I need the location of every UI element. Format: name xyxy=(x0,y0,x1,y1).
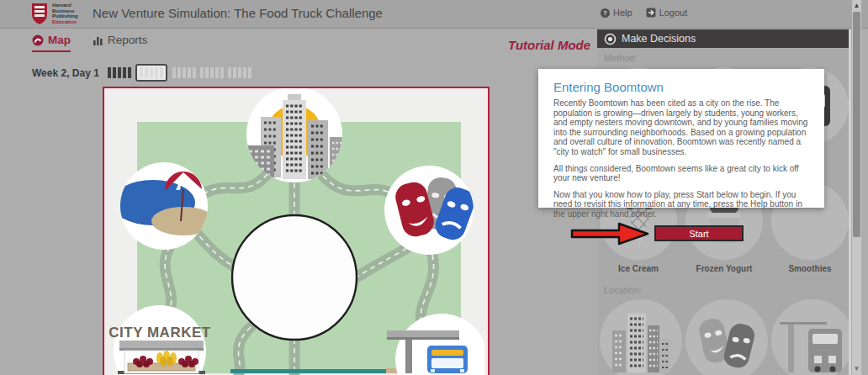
product-labels-row: Ice Cream Frozen Yogurt Smoothies xyxy=(597,264,849,273)
panel-title: Make Decisions xyxy=(622,33,696,45)
popup-paragraph-2: All things considered, Boomtown seems li… xyxy=(553,164,809,183)
logo-word-3: Publishing xyxy=(52,13,78,19)
map-canal-strip xyxy=(230,369,386,373)
tab-reports[interactable]: Reports xyxy=(93,34,147,52)
week-progress-bar xyxy=(108,64,256,82)
help-icon: ? xyxy=(601,8,610,18)
popup-paragraph-1: Recently Boomtown has been cited as a ci… xyxy=(553,98,809,157)
scrollbar-up-arrow[interactable]: ▲ xyxy=(852,1,861,11)
logout-button[interactable]: Logout xyxy=(646,8,688,18)
location-options-row xyxy=(597,299,849,375)
logout-icon xyxy=(646,8,656,18)
app-header: Harvard Business Publishing Education Ne… xyxy=(0,0,868,29)
tutorial-popup: Entering Boomtown Recently Boomtown has … xyxy=(538,69,824,208)
logo-education-label: Education xyxy=(52,19,78,24)
tutorial-arrow-icon xyxy=(570,221,651,246)
transit-station-icon xyxy=(780,309,845,372)
hbp-logo: Harvard Business Publishing Education xyxy=(30,3,78,25)
logout-label: Logout xyxy=(659,8,688,18)
start-button[interactable]: Start xyxy=(654,225,744,241)
page-scrollbar[interactable]: ▲ ▼ xyxy=(852,0,861,375)
page-title: New Venture Simulation: The Food Truck C… xyxy=(93,6,383,20)
harvard-shield-icon xyxy=(30,3,49,25)
location-label: Location: xyxy=(604,285,849,295)
downtown-buildings-icon xyxy=(611,309,671,372)
map-pin-icon xyxy=(32,34,44,46)
bar-chart-icon xyxy=(93,35,103,45)
method-label: Method: xyxy=(604,53,849,63)
product-label: Smoothies xyxy=(771,264,849,273)
tab-map[interactable]: Map xyxy=(32,34,71,52)
bus-icon xyxy=(427,346,468,373)
panel-header: Make Decisions xyxy=(597,29,849,48)
city-map-panel: CITY MARKET xyxy=(103,87,490,375)
target-icon xyxy=(604,33,617,45)
theater-masks-icon xyxy=(695,310,759,371)
map-central-hub xyxy=(232,215,357,340)
help-label: Help xyxy=(613,8,632,18)
help-button[interactable]: ? Help xyxy=(601,8,632,18)
city-map: CITY MARKET xyxy=(104,88,484,375)
tab-map-label: Map xyxy=(48,34,71,46)
product-label: Frozen Yogurt xyxy=(685,264,763,273)
tutorial-mode-badge: Tutorial Mode xyxy=(508,38,590,52)
popup-paragraph-3: Now that you know how to play, press Sta… xyxy=(553,190,809,219)
location-option-transit[interactable] xyxy=(771,299,851,375)
tab-reports-label: Reports xyxy=(108,34,147,46)
map-location-theater[interactable] xyxy=(384,166,479,255)
app-window: Harvard Business Publishing Education Ne… xyxy=(0,0,868,375)
location-option-downtown[interactable] xyxy=(600,299,682,375)
week-day-label: Week 2, Day 1 xyxy=(32,67,99,79)
scrollbar-down-arrow[interactable]: ▼ xyxy=(852,364,861,374)
popup-title: Entering Boomtown xyxy=(553,80,809,94)
city-market-sign: CITY MARKET xyxy=(108,325,210,341)
location-option-theater[interactable] xyxy=(685,299,768,375)
scrollbar-thumb[interactable] xyxy=(853,12,860,237)
product-label: Ice Cream xyxy=(600,264,677,273)
